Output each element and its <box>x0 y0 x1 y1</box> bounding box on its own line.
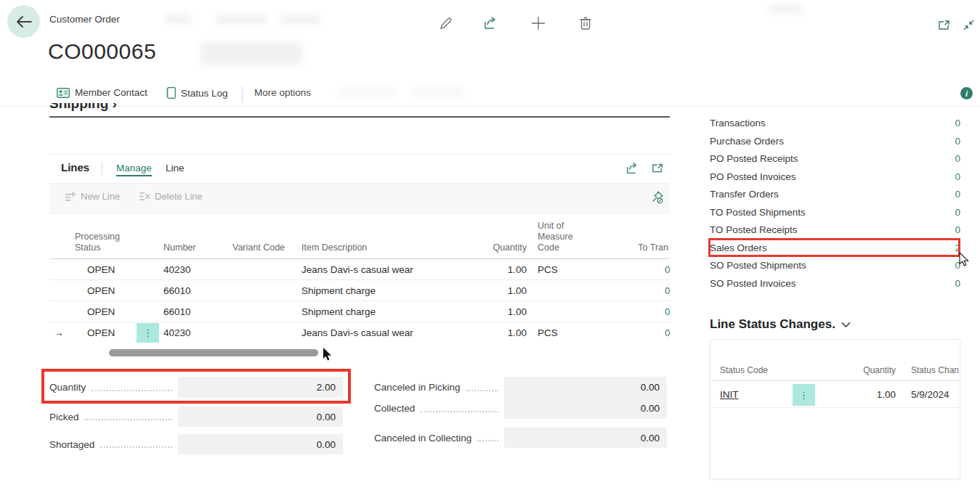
col-quantity[interactable]: Quantity <box>425 242 527 253</box>
collapse-arrows-icon <box>962 18 976 32</box>
factbox-count[interactable]: 0 <box>955 171 960 182</box>
page-title: CO000065 <box>48 39 156 64</box>
redacted-text <box>166 15 190 24</box>
col-processing-status[interactable]: Processing Status <box>75 232 142 253</box>
row-menu-button[interactable]: ⋮ <box>137 323 159 343</box>
factbox-count[interactable]: 0 <box>955 260 960 271</box>
lines-share-button[interactable] <box>625 161 641 176</box>
factbox-count[interactable]: 0 <box>955 278 960 289</box>
canceled-picking-value[interactable]: 0.00 <box>504 377 667 398</box>
dotted-leader <box>85 419 172 420</box>
field-canceled-picking: Canceled in Picking 0.00 <box>374 377 667 398</box>
lines-open-in-excel-button[interactable] <box>651 162 664 174</box>
table-row[interactable]: OPEN 66010 Shipment charge 1.00 0 <box>49 280 670 301</box>
horizontal-scrollbar[interactable] <box>109 349 318 356</box>
edit-button[interactable] <box>437 14 455 33</box>
factbox-item-transactions[interactable]: Transactions 0 <box>710 114 960 132</box>
factbox-label: Purchase Orders <box>710 136 784 147</box>
factbox-count[interactable]: 0 <box>955 224 960 235</box>
factbox-label: PO Posted Invoices <box>710 171 796 182</box>
cell-number: 66010 <box>163 280 191 301</box>
factbox-item-purchase-orders[interactable]: Purchase Orders 0 <box>710 132 960 150</box>
lines-header: Lines Manage Line <box>49 155 670 184</box>
factbox-count[interactable]: 0 <box>955 153 960 164</box>
ribbon-divider <box>242 86 243 102</box>
lsc-table-row[interactable]: INIT ⋮ 1.00 5/9/2024 <box>710 382 960 408</box>
shipping-section-label: Shipping › <box>49 103 117 112</box>
customer-order-page: Customer Order CO000065 <box>0 0 980 490</box>
open-in-new-window-button[interactable] <box>934 15 953 34</box>
tab-line[interactable]: Line <box>166 163 185 173</box>
cell-number: 40230 <box>163 322 191 343</box>
table-row-selected[interactable]: → OPEN ⋮ 40230 Jeans Davi-s casual wear … <box>49 322 670 343</box>
factbox-count[interactable]: 0 <box>955 136 960 147</box>
lsc-col-status-chan[interactable]: Status Chan <box>911 365 959 375</box>
factbox-item-po-posted-invoices[interactable]: PO Posted Invoices 0 <box>710 168 960 186</box>
cell-item-description: Jeans Davi-s casual wear <box>301 322 413 343</box>
field-picked: Picked 0.00 <box>49 407 343 427</box>
cell-quantity: 1.00 <box>425 259 527 280</box>
collapse-button[interactable] <box>959 15 978 34</box>
shipping-section-header[interactable]: Shipping › <box>49 103 670 115</box>
delete-button[interactable] <box>576 14 595 33</box>
redacted-text <box>413 89 463 97</box>
factbox-label: TO Posted Shipments <box>710 207 806 218</box>
new-line-icon <box>64 191 76 202</box>
factbox-item-so-posted-invoices[interactable]: SO Posted Invoices 0 <box>710 274 960 293</box>
lsc-col-quantity[interactable]: Quantity <box>849 365 896 375</box>
factbox-item-transfer-orders[interactable]: Transfer Orders 0 <box>710 185 960 203</box>
factbox-count[interactable]: 2 <box>955 242 960 253</box>
lsc-status-code-link[interactable]: INIT <box>720 382 739 408</box>
lsc-row-menu-button[interactable]: ⋮ <box>793 384 815 406</box>
collected-value[interactable]: 0.00 <box>504 398 667 419</box>
col-variant-code[interactable]: Variant Code <box>232 242 285 253</box>
canceled-collecting-value[interactable]: 0.00 <box>504 428 667 448</box>
unpin-pane-button[interactable] <box>651 190 664 205</box>
quantity-label: Quantity <box>49 382 86 393</box>
col-number[interactable]: Number <box>163 242 195 253</box>
factbox-label: SO Posted Shipments <box>710 260 806 271</box>
new-line-button[interactable]: New Line <box>64 191 120 202</box>
dotted-leader <box>421 411 498 412</box>
cell-to-tran[interactable]: 0 <box>665 322 670 343</box>
shortaged-value[interactable]: 0.00 <box>178 434 343 454</box>
cell-to-tran[interactable]: 0 <box>665 301 670 322</box>
factbox-count[interactable]: 0 <box>955 207 960 218</box>
cell-number: 66010 <box>163 301 191 322</box>
table-row[interactable]: OPEN 66010 Shipment charge 1.00 0 <box>49 301 670 322</box>
factbox-item-to-posted-shipments[interactable]: TO Posted Shipments 0 <box>710 203 960 221</box>
lsc-grid-header: Status Code Quantity Status Chan <box>710 362 960 381</box>
factbox-item-sales-orders[interactable]: Sales Orders 2 <box>710 239 960 257</box>
more-options-button[interactable]: More options <box>254 87 311 98</box>
cell-to-tran[interactable]: 0 <box>665 259 670 280</box>
tab-manage[interactable]: Manage <box>116 163 152 176</box>
factbox-item-to-posted-receipts[interactable]: TO Posted Receipts 0 <box>710 221 960 239</box>
contact-card-icon <box>57 88 70 98</box>
factbox-item-po-posted-receipts[interactable]: PO Posted Receipts 0 <box>710 150 960 168</box>
shipping-rule <box>49 116 670 118</box>
table-row[interactable]: OPEN 40230 Jeans Davi-s casual wear 1.00… <box>49 259 670 280</box>
lsc-col-status-code[interactable]: Status Code <box>720 365 768 375</box>
col-to-tran[interactable]: To Tran <box>617 242 668 253</box>
member-contact-button[interactable]: Member Contact <box>57 87 147 98</box>
member-contact-label: Member Contact <box>75 87 147 98</box>
line-status-changes-header[interactable]: Line Status Changes. <box>710 317 851 332</box>
col-uom-line2: Measure <box>538 232 573 242</box>
mouse-cursor <box>959 253 971 268</box>
picked-value[interactable]: 0.00 <box>178 407 343 427</box>
info-icon[interactable]: i <box>960 87 973 99</box>
new-button[interactable] <box>529 14 548 33</box>
share-button[interactable] <box>482 14 501 33</box>
status-log-button[interactable]: Status Log <box>166 87 228 99</box>
col-item-description[interactable]: Item Description <box>301 242 367 253</box>
cell-to-tran[interactable]: 0 <box>665 280 670 301</box>
delete-line-button[interactable]: Delete Line <box>138 191 203 202</box>
field-shortaged: Shortaged 0.00 <box>49 434 343 454</box>
factbox-count[interactable]: 0 <box>955 189 960 200</box>
back-button[interactable] <box>7 5 40 38</box>
col-uom[interactable]: Unit of Measure Code <box>538 221 573 253</box>
factbox-item-so-posted-shipments[interactable]: SO Posted Shipments 0 <box>710 256 960 274</box>
quantity-value[interactable]: 2.00 <box>178 377 343 398</box>
factbox-count[interactable]: 0 <box>955 118 960 128</box>
cell-quantity: 1.00 <box>425 280 527 301</box>
